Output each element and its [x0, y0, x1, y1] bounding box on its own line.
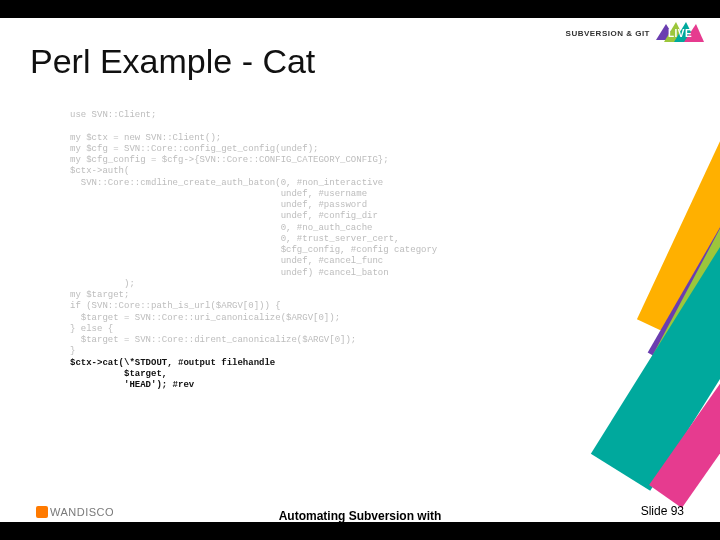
- ribbon-purple: [648, 127, 720, 372]
- header-brand-area: SUBVERSION & GIT LIVE: [566, 20, 704, 46]
- ribbon-green: [631, 166, 720, 414]
- slide: SUBVERSION & GIT LIVE Perl Example - Cat…: [0, 0, 720, 540]
- slide-number: Slide 93: [641, 504, 684, 518]
- header-brand-text: SUBVERSION & GIT: [566, 29, 650, 38]
- code-block: use SVN::Client; my $ctx = new SVN::Clie…: [70, 110, 630, 391]
- bottom-bar: [0, 522, 720, 540]
- live-badge-text: LIVE: [656, 20, 704, 46]
- footer-logo-text: WANDISCO: [50, 506, 114, 518]
- live-badge: LIVE: [656, 20, 704, 46]
- ribbon-yellow: [637, 84, 720, 337]
- footer-logo: WANDISCO: [36, 506, 114, 518]
- slide-title: Perl Example - Cat: [30, 42, 315, 81]
- top-bar: [0, 0, 720, 18]
- code-highlight: $ctx->cat(\*STDOUT, #output filehandle $…: [70, 358, 275, 391]
- ribbon-magenta: [649, 272, 720, 508]
- footer-logo-icon: [36, 506, 48, 518]
- code-pre: use SVN::Client; my $ctx = new SVN::Clie…: [70, 110, 437, 356]
